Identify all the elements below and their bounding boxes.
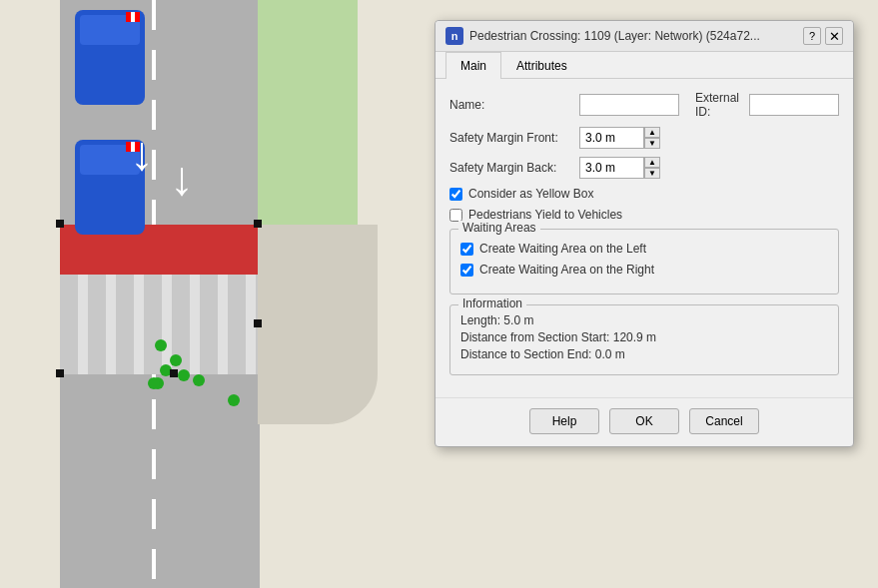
pedestrian-dot — [178, 369, 190, 381]
waiting-area-left-label: Create Waiting Area on the Left — [479, 242, 646, 256]
selection-handle — [254, 220, 262, 228]
information-group: Information Length: 5.0 m Distance from … — [449, 304, 839, 375]
info-length: Length: 5.0 m — [460, 313, 828, 327]
safety-margin-back-up[interactable]: ▲ — [644, 157, 660, 168]
waiting-areas-group: Waiting Areas Create Waiting Area on the… — [449, 229, 839, 294]
yellow-box-label: Consider as Yellow Box — [468, 187, 593, 201]
name-label: Name: — [449, 98, 579, 112]
dialog: n Pedestrian Crossing: 1109 (Layer: Netw… — [435, 20, 854, 447]
safety-margin-back-row: Safety Margin Back: ▲ ▼ — [449, 157, 839, 179]
ok-button[interactable]: OK — [609, 408, 679, 434]
car-flag-1 — [126, 12, 140, 22]
safety-margin-front-up[interactable]: ▲ — [644, 127, 660, 138]
yellow-box-row: Consider as Yellow Box — [449, 187, 839, 201]
tab-attributes[interactable]: Attributes — [501, 52, 582, 79]
selection-handle — [56, 369, 64, 377]
dialog-app-icon: n — [445, 27, 463, 45]
cancel-button[interactable]: Cancel — [689, 408, 759, 434]
dialog-footer: Help OK Cancel — [436, 397, 853, 446]
waiting-area-right-checkbox[interactable] — [460, 264, 473, 277]
dialog-tabs: Main Attributes — [436, 52, 853, 79]
yellow-box-checkbox[interactable] — [449, 188, 462, 201]
pavement — [258, 225, 378, 424]
name-row: Name: External ID: — [449, 91, 839, 119]
waiting-area-right-row: Create Waiting Area on the Right — [460, 263, 828, 277]
help-button[interactable]: Help — [529, 408, 599, 434]
crosswalk-stripes — [60, 275, 260, 374]
safety-margin-back-spinner-btns: ▲ ▼ — [644, 157, 660, 179]
safety-margin-back-down[interactable]: ▼ — [644, 168, 660, 179]
dialog-question-button[interactable]: ? — [803, 27, 821, 45]
waiting-area-left-row: Create Waiting Area on the Left — [460, 242, 828, 256]
selection-handle — [170, 369, 178, 377]
direction-arrow-2: ↓ — [170, 155, 194, 203]
dialog-title: Pedestrian Crossing: 1109 (Layer: Networ… — [469, 29, 803, 43]
dialog-body: Name: External ID: Safety Margin Front: … — [436, 79, 853, 397]
info-distance-end: Distance to Section End: 0.0 m — [460, 347, 828, 361]
pedestrians-yield-checkbox[interactable] — [449, 209, 462, 222]
dialog-close-button[interactable]: ✕ — [825, 27, 843, 45]
safety-margin-front-input[interactable] — [579, 127, 644, 149]
direction-arrow-1: ↓ — [130, 130, 154, 178]
dialog-titlebar: n Pedestrian Crossing: 1109 (Layer: Netw… — [436, 21, 853, 52]
name-input[interactable] — [579, 94, 679, 116]
safety-margin-front-spinner-btns: ▲ ▼ — [644, 127, 660, 149]
pedestrian-dot — [170, 354, 182, 366]
selection-handle — [56, 220, 64, 228]
safety-margin-back-spinner: ▲ ▼ — [579, 157, 660, 179]
pedestrian-dot — [148, 377, 160, 389]
pedestrians-yield-label: Pedestrians Yield to Vehicles — [468, 208, 622, 222]
selection-handle — [254, 319, 262, 327]
waiting-areas-legend: Waiting Areas — [458, 221, 540, 235]
car-1 — [75, 10, 145, 105]
information-legend: Information — [458, 296, 526, 310]
pedestrians-yield-row: Pedestrians Yield to Vehicles — [449, 208, 839, 222]
safety-margin-front-label: Safety Margin Front: — [449, 131, 579, 145]
safety-margin-front-row: Safety Margin Front: ▲ ▼ — [449, 127, 839, 149]
safety-margin-front-down[interactable]: ▼ — [644, 138, 660, 149]
external-id-input[interactable] — [749, 94, 839, 116]
safety-margin-back-input[interactable] — [579, 157, 644, 179]
safety-margin-front-spinner: ▲ ▼ — [579, 127, 660, 149]
tab-main[interactable]: Main — [445, 52, 501, 79]
pedestrian-dot — [155, 339, 167, 351]
pedestrian-dot — [193, 374, 205, 386]
waiting-area-right-label: Create Waiting Area on the Right — [479, 263, 654, 277]
waiting-area-left-checkbox[interactable] — [460, 243, 473, 256]
pedestrian-dot — [228, 394, 240, 406]
safety-margin-back-label: Safety Margin Back: — [449, 161, 579, 175]
info-distance-start: Distance from Section Start: 120.9 m — [460, 330, 828, 344]
external-id-label: External ID: — [695, 91, 743, 119]
